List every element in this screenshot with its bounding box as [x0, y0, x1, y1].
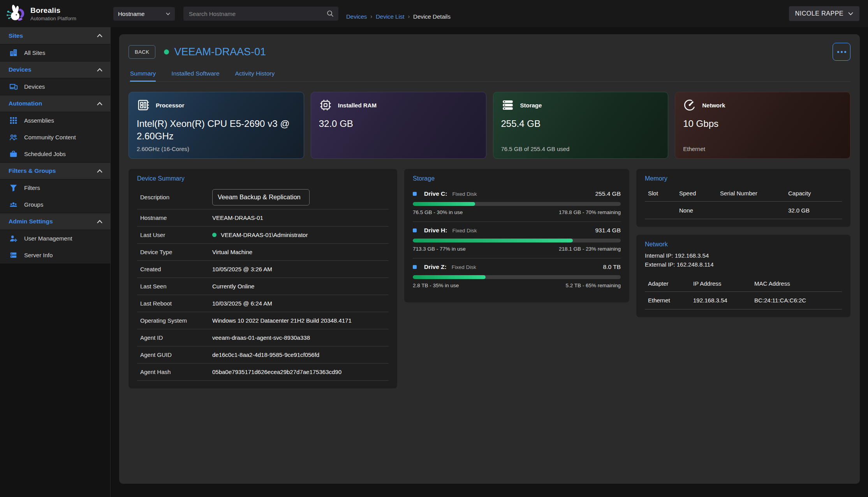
breadcrumb-separator: › — [408, 13, 410, 19]
memory-col-speed: Speed — [679, 190, 720, 197]
drive-usage-bar — [413, 202, 621, 206]
row-value: 10/03/2025 @ 6:24 AM — [212, 300, 386, 307]
sidebar-item-all-sites[interactable]: All Sites — [0, 44, 110, 61]
drive-z-row: Drive Z: Fixed Disk 8.0 TB 2.8 TB - 35% … — [413, 258, 621, 295]
drive-type: Fixed Disk — [452, 228, 477, 234]
summary-row-created: Created 10/05/2025 @ 3:26 AM — [137, 261, 389, 278]
ellipsis-icon — [844, 51, 846, 53]
storage-value: 255.4 GB — [501, 118, 660, 130]
network-value: 10 Gbps — [683, 118, 842, 130]
external-ip: External IP: 162.248.8.114 — [645, 260, 842, 269]
sidebar-item-groups[interactable]: Groups — [0, 196, 110, 213]
funnel-icon — [9, 184, 18, 192]
user-online-status-dot — [212, 233, 217, 237]
summary-row-operating-system: Operating System Windows 10 2022 Datacen… — [137, 312, 389, 329]
caret-down-icon — [166, 12, 170, 15]
sidebar-header-admin-settings[interactable]: Admin Settings — [0, 213, 110, 230]
description-input[interactable] — [212, 189, 310, 205]
card-label: Processor — [156, 102, 184, 109]
drive-usage-fill — [413, 202, 475, 206]
breadcrumb-devices[interactable]: Devices — [346, 13, 367, 20]
breadcrumb-device-details: Device Details — [413, 13, 451, 20]
processor-subtext: 2.60GHz (16-Cores) — [137, 146, 296, 153]
summary-row-agent-id: Agent ID veeam-draas-01-agent-svc-8930a3… — [137, 329, 389, 346]
sidebar-item-community-content[interactable]: Community Content — [0, 129, 110, 146]
sidebar-header-label: Automation — [9, 100, 42, 107]
network-panel-title: Network — [645, 241, 842, 248]
chevron-up-icon — [97, 34, 102, 37]
drive-capacity: 255.4 GB — [595, 190, 621, 197]
network-table-header: Adapter IP Address MAC Address — [645, 276, 842, 292]
row-label: Last Seen — [140, 283, 212, 290]
drive-name: Drive H: — [424, 227, 447, 234]
user-gear-icon — [9, 234, 18, 242]
drive-capacity: 931.4 GB — [595, 227, 621, 234]
sidebar-item-assemblies[interactable]: Assemblies — [0, 112, 110, 129]
drive-used-text: 76.5 GB - 30% in use — [413, 209, 463, 215]
sidebar-header-sites[interactable]: Sites — [0, 27, 110, 44]
sidebar-header-filters-groups[interactable]: Filters & Groups — [0, 162, 110, 179]
sidebar-section-automation: Automation Assemblies Community Co — [0, 95, 110, 162]
drive-name: Drive C: — [424, 190, 447, 197]
drive-name: Drive Z: — [424, 263, 447, 270]
speedometer-icon — [683, 98, 696, 112]
device-online-status-dot — [164, 49, 169, 54]
tab-activity-history[interactable]: Activity History — [235, 70, 275, 81]
breadcrumb-device-list[interactable]: Device List — [376, 13, 404, 20]
chevron-down-icon — [848, 12, 853, 15]
sidebar-item-label: Devices — [24, 83, 45, 90]
drive-usage-bar — [413, 239, 621, 242]
device-title: VEEAM-DRAAS-01 — [174, 46, 266, 58]
drive-bullet-icon — [413, 265, 417, 269]
network-table-row: Ethernet 192.168.3.54 BC:24:11:CA:C6:2C — [645, 292, 842, 309]
drive-remaining-text: 218.1 GB - 23% remaining — [559, 246, 621, 252]
sidebar-item-filters[interactable]: Filters — [0, 179, 110, 196]
sidebar: Sites All Sites Devices — [0, 27, 111, 497]
row-label: Description — [140, 194, 212, 200]
drive-bullet-icon — [413, 228, 417, 232]
buildings-icon — [9, 49, 18, 57]
sidebar-item-label: Community Content — [24, 134, 76, 140]
drive-h-row: Drive H: Fixed Disk 931.4 GB 713.3 GB - … — [413, 222, 621, 258]
card-label: Storage — [520, 102, 542, 109]
search-input[interactable] — [183, 7, 338, 21]
network-panel: Network Internal IP: 192.168.3.54 Extern… — [636, 235, 850, 317]
brand-text: Borealis Automation Platform — [30, 6, 76, 21]
device-actions-menu-button[interactable] — [833, 43, 850, 61]
search-field-dropdown[interactable]: Hostname — [113, 7, 175, 21]
row-label: Last Reboot — [140, 300, 212, 307]
borealis-rabbit-logo-icon — [5, 3, 26, 24]
sidebar-header-automation[interactable]: Automation — [0, 95, 110, 112]
sidebar-header-label: Admin Settings — [9, 218, 53, 225]
network-col-adapter: Adapter — [648, 280, 693, 287]
network-mac-value: BC:24:11:CA:C6:2C — [754, 297, 839, 304]
back-button[interactable]: BACK — [129, 45, 155, 59]
sidebar-item-scheduled-jobs[interactable]: Scheduled Jobs — [0, 146, 110, 162]
installed-ram-value: 32.0 GB — [319, 118, 478, 130]
sidebar-header-label: Sites — [9, 32, 23, 39]
grid-icon — [9, 116, 18, 125]
sidebar-item-label: Assemblies — [24, 117, 54, 124]
storage-panel-title: Storage — [413, 175, 621, 182]
sidebar-header-devices[interactable]: Devices — [0, 61, 110, 78]
drive-c-row: Drive C: Fixed Disk 255.4 GB 76.5 GB - 3… — [413, 185, 621, 222]
sidebar-item-devices[interactable]: Devices — [0, 78, 110, 95]
topbar: Borealis Automation Platform Hostname De… — [0, 0, 868, 27]
sidebar-item-server-info[interactable]: Server Info — [0, 247, 110, 263]
storage-panel: Storage Drive C: Fixed Disk 255.4 GB 76.… — [404, 169, 629, 302]
user-menu-button[interactable]: NICOLE RAPPE — [789, 6, 859, 21]
chevron-up-icon — [97, 220, 102, 223]
group-icon — [9, 200, 18, 209]
card-label: Network — [702, 102, 725, 109]
sidebar-header-label: Devices — [9, 66, 32, 73]
sidebar-item-user-management[interactable]: User Management — [0, 230, 110, 247]
network-card: Network 10 Gbps Ethernet — [675, 92, 850, 159]
row-value: 10/05/2025 @ 3:26 AM — [212, 266, 386, 272]
drive-used-text: 2.8 TB - 35% in use — [413, 283, 459, 288]
ellipsis-icon — [837, 51, 839, 53]
tab-installed-software[interactable]: Installed Software — [171, 70, 219, 81]
sidebar-header-label: Filters & Groups — [9, 167, 56, 174]
tab-summary[interactable]: Summary — [130, 70, 156, 81]
cpu-icon — [137, 98, 150, 112]
summary-row-description: Description — [137, 185, 389, 209]
